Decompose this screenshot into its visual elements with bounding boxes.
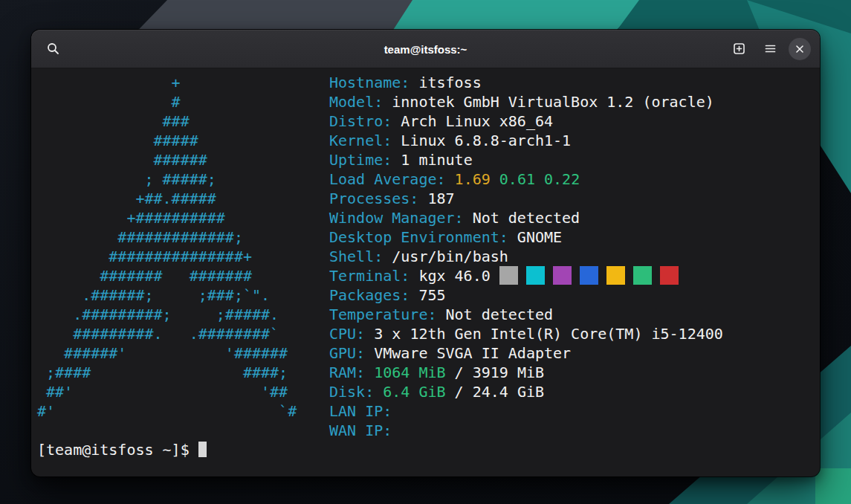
new-tab-button[interactable] [726, 36, 751, 62]
info-row: GPU: VMware SVGA II Adapter [329, 343, 814, 363]
info-label: RAM: [329, 364, 365, 381]
terminal-color-swatch [660, 266, 679, 285]
info-label: Desktop Environment: [329, 228, 508, 246]
terminal-color-swatch [633, 266, 652, 285]
ascii-art-line: + [37, 73, 329, 92]
info-label: Uptime: [329, 151, 392, 169]
info-label: LAN IP: [329, 402, 392, 420]
info-row: WAN IP: [329, 421, 814, 440]
info-label: Hostname: [329, 74, 410, 91]
ascii-art-line: # [37, 92, 329, 112]
ascii-art-line: ### [37, 112, 329, 131]
info-label: CPU: [329, 325, 365, 343]
info-value: 0.61 0.22 [491, 170, 580, 188]
ascii-art-line: ###### [37, 150, 329, 169]
info-value: innotek GmbH VirtualBox 1.2 (oracle) [383, 93, 714, 111]
hamburger-icon [764, 42, 777, 55]
info-row: Shell: /usr/bin/bash [329, 247, 814, 266]
terminal-color-swatch [499, 266, 518, 285]
info-row: Distro: Arch Linux x86_64 [329, 112, 814, 131]
info-label: Disk: [329, 383, 374, 401]
prompt-line: [team@itsfoss ~]$ [37, 440, 814, 459]
search-button[interactable] [40, 36, 65, 62]
ascii-art-line: ######' '###### [37, 343, 329, 363]
info-label: Model: [329, 93, 383, 111]
ascii-art-line: ###############+ [37, 247, 329, 266]
info-value: 755 [410, 286, 445, 304]
info-row: LAN IP: [329, 401, 814, 421]
desktop-background: team@itsfoss:~ [0, 0, 851, 504]
close-icon [795, 45, 804, 54]
info-row: Terminal: kgx 46.0 [329, 266, 814, 285]
info-label: Packages: [329, 286, 410, 304]
info-label: Processes: [329, 190, 418, 207]
info-value: Arch Linux x86_64 [392, 112, 553, 130]
terminal-window: team@itsfoss:~ [31, 30, 820, 476]
ascii-art-line: ##' '## [37, 382, 329, 401]
info-row: CPU: 3 x 12th Gen Intel(R) Core(TM) i5-1… [329, 324, 814, 343]
info-row: Hostname: itsfoss [329, 73, 814, 92]
info-row: Model: innotek GmbH VirtualBox 1.2 (orac… [329, 92, 814, 112]
prompt-text: [team@itsfoss ~]$ [37, 441, 190, 459]
info-row: Disk: 6.4 GiB / 24.4 GiB [329, 382, 814, 401]
ascii-art-line: ;#### ####; [37, 363, 329, 382]
ascii-art-line: +##.##### [37, 189, 329, 208]
info-label: Kernel: [329, 132, 392, 149]
info-value: / 3919 MiB [446, 364, 544, 381]
info-value: 6.4 GiB [374, 383, 445, 401]
ascii-art-line: ; #####; [37, 169, 329, 189]
terminal-color-swatch [580, 266, 598, 285]
info-value: 1.69 [446, 170, 491, 188]
info-label: WAN IP: [329, 421, 392, 439]
info-value: 1064 MiB [365, 364, 445, 381]
terminal-cursor [198, 442, 207, 457]
info-label: Shell: [329, 248, 383, 265]
info-row: Packages: 755 [329, 285, 814, 305]
info-label: Temperature: [329, 306, 437, 323]
info-row: Load Average: 1.69 0.61 0.22 [329, 169, 814, 189]
terminal-color-swatch [553, 266, 572, 285]
terminal-color-swatch [606, 266, 625, 285]
info-value: kgx 46.0 [410, 267, 499, 285]
ascii-art-line: .######; ;###;`". [37, 285, 329, 305]
info-label: Terminal: [329, 267, 410, 285]
ascii-art-line: #' `# [37, 401, 329, 421]
window-titlebar: team@itsfoss:~ [31, 30, 820, 68]
info-value: / 24.4 GiB [446, 383, 544, 401]
terminal-body[interactable]: + # ### ##### ###### ; #####; +##.##### … [31, 68, 820, 476]
ascii-art-line: #############; [37, 227, 329, 247]
info-row: Kernel: Linux 6.8.8-arch1-1 [329, 131, 814, 150]
info-value: Linux 6.8.8-arch1-1 [392, 132, 571, 149]
info-row: Uptime: 1 minute [329, 150, 814, 169]
wallpaper-corner-square [815, 468, 851, 504]
fetch-output: + # ### ##### ###### ; #####; +##.##### … [37, 73, 814, 440]
info-label: Distro: [329, 112, 392, 130]
info-value: 1 minute [392, 151, 472, 169]
ascii-art-line: .#########; ;#####. [37, 305, 329, 324]
info-value: GNOME [508, 228, 562, 246]
ascii-art-line: +########## [37, 208, 329, 227]
info-value: itsfoss [410, 74, 481, 91]
info-value: 3 x 12th Gen Intel(R) Core(TM) i5-12400 [365, 325, 723, 343]
menu-button[interactable] [757, 36, 783, 62]
ascii-art-line: ##### [37, 131, 329, 150]
info-value: /usr/bin/bash [383, 248, 508, 265]
ascii-art-line: ####### ####### [37, 266, 329, 285]
info-value: VMware SVGA II Adapter [365, 344, 571, 362]
info-value: 187 [418, 190, 454, 207]
new-tab-icon [733, 42, 745, 55]
info-row: Desktop Environment: GNOME [329, 227, 814, 247]
close-button[interactable] [789, 38, 811, 60]
ascii-art: + # ### ##### ###### ; #####; +##.##### … [37, 73, 329, 421]
titlebar-actions [726, 36, 811, 62]
info-row: Window Manager: Not detected [329, 208, 814, 227]
info-row: Temperature: Not detected [329, 305, 814, 324]
info-label: GPU: [329, 344, 365, 362]
search-icon [47, 42, 59, 55]
terminal-color-swatch [526, 266, 545, 285]
info-row: Processes: 187 [329, 189, 814, 208]
info-label: Load Average: [329, 170, 446, 188]
info-label: Window Manager: [329, 209, 464, 227]
info-value: Not detected [464, 209, 580, 227]
ascii-art-line: #########. .########` [37, 324, 329, 343]
